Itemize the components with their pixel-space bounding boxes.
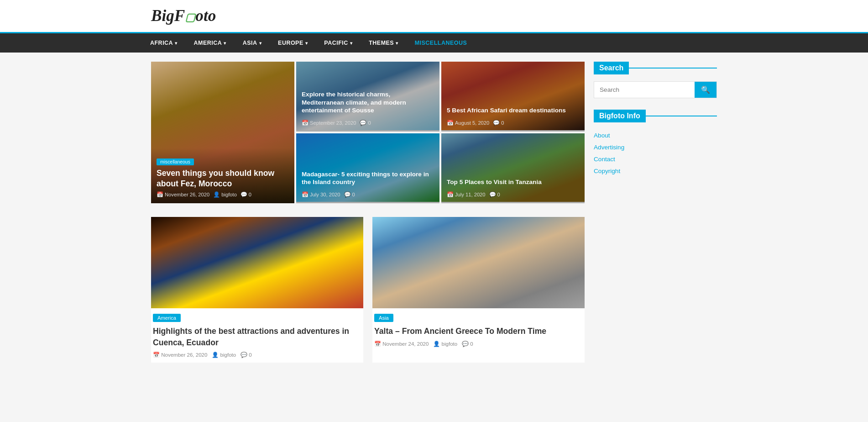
calendar-icon [447,191,454,198]
calendar-icon [302,120,309,126]
article-yalta[interactable]: Asia Yalta – From Ancient Greece To Mode… [372,217,585,363]
main-content: miscellaneous Seven things you should kn… [142,62,726,363]
tanzania-meta: July 11, 2020 0 [447,191,579,198]
info-link-copyright[interactable]: Copyright [594,165,717,177]
featured-main-card[interactable]: miscellaneous Seven things you should kn… [151,62,294,203]
main-card-meta: November 26, 2020 bigfoto 0 [157,191,289,198]
articles-row: America Highlights of the best attractio… [151,217,585,363]
calendar-icon [374,341,381,347]
comment-icon [344,191,351,198]
info-link-contact[interactable]: Contact [594,153,717,165]
safari-title: 5 Best African Safari dream destinations [447,106,579,115]
search-input[interactable] [594,82,695,98]
search-title-line [629,68,717,69]
article-cuenca[interactable]: America Highlights of the best attractio… [151,217,363,363]
search-box: 🔍 [594,81,717,98]
comment-icon [489,191,496,198]
content-area: miscellaneous Seven things you should kn… [151,62,585,363]
main-nav: AFRICA ▾ AMERICA ▾ ASIA ▾ EUROPE ▾ PACIF… [0,33,868,53]
search-title-bar: Search [594,62,629,74]
user-icon [433,341,440,347]
cuenca-tag: America [153,314,181,322]
comment-icon [462,341,469,347]
nav-america[interactable]: AMERICA ▾ [186,33,235,53]
chevron-down-icon: ▾ [396,41,398,46]
calendar-icon [447,120,454,126]
featured-card-sousse[interactable]: Explore the historical charms, Mediterra… [296,62,439,132]
info-link-about[interactable]: About [594,129,717,141]
cuenca-title: Highlights of the best attractions and a… [153,326,361,352]
info-widget-title: Bigfoto Info [594,110,717,122]
nav-asia[interactable]: ASIA ▾ [235,33,270,53]
nav-europe[interactable]: EUROPE ▾ [270,33,316,53]
nav-africa[interactable]: AFRICA ▾ [142,33,186,53]
main-card-category: miscellaneous [157,158,194,165]
sidebar: Search 🔍 Bigfoto Info About Advertising … [594,62,717,363]
search-icon: 🔍 [701,86,710,94]
tanzania-title: Top 5 Places to Visit in Tanzania [447,178,579,186]
site-header: BigF▢oto [0,0,868,33]
madagascar-title: Madagascar- 5 exciting things to explore… [302,170,434,186]
info-title-line [646,116,717,116]
yalta-tag: Asia [374,314,393,322]
yalta-meta: November 24, 2020 bigfoto 0 [374,341,583,352]
user-icon [212,352,219,358]
search-widget: Search 🔍 [594,62,717,98]
bigfoto-info-widget: Bigfoto Info About Advertising Contact C… [594,110,717,177]
featured-card-tanzania[interactable]: Top 5 Places to Visit in Tanzania July 1… [441,133,585,203]
chevron-down-icon: ▾ [350,41,353,46]
calendar-icon [153,352,160,358]
sousse-meta: September 23, 2020 0 [302,120,434,126]
safari-meta: August 5, 2020 0 [447,120,579,126]
info-link-advertising[interactable]: Advertising [594,141,717,153]
chevron-down-icon: ▾ [259,41,262,46]
chevron-down-icon: ▾ [224,41,226,46]
info-links-list: About Advertising Contact Copyright [594,129,717,177]
chevron-down-icon: ▾ [305,41,308,46]
calendar-icon [157,191,163,198]
yalta-title: Yalta – From Ancient Greece To Modern Ti… [374,326,583,341]
cuenca-meta: November 26, 2020 bigfoto 0 [153,352,361,363]
site-logo[interactable]: BigF▢oto [151,7,216,25]
chevron-down-icon: ▾ [175,41,178,46]
calendar-icon [302,191,309,198]
nav-themes[interactable]: THEMES ▾ [361,33,406,53]
comment-icon [241,352,247,358]
featured-card-safari[interactable]: 5 Best African Safari dream destinations… [441,62,585,132]
featured-grid: miscellaneous Seven things you should kn… [151,62,585,203]
featured-card-madagascar[interactable]: Madagascar- 5 exciting things to explore… [296,133,439,203]
main-card-title: Seven things you should know about Fez, … [157,168,289,189]
comment-icon [360,120,366,126]
nav-miscellaneous[interactable]: MISCELLANEOUS [407,33,476,53]
info-title-bar: Bigfoto Info [594,110,646,122]
comment-icon [493,120,500,126]
search-widget-title: Search [594,62,717,74]
logo-text: BigF▢oto [151,7,216,25]
nav-pacific[interactable]: PACIFIC ▾ [316,33,361,53]
madagascar-meta: July 30, 2020 0 [302,191,434,198]
search-button[interactable]: 🔍 [695,82,716,98]
comment-icon [241,191,247,198]
sousse-title: Explore the historical charms, Mediterra… [302,90,434,115]
user-icon [213,191,220,198]
